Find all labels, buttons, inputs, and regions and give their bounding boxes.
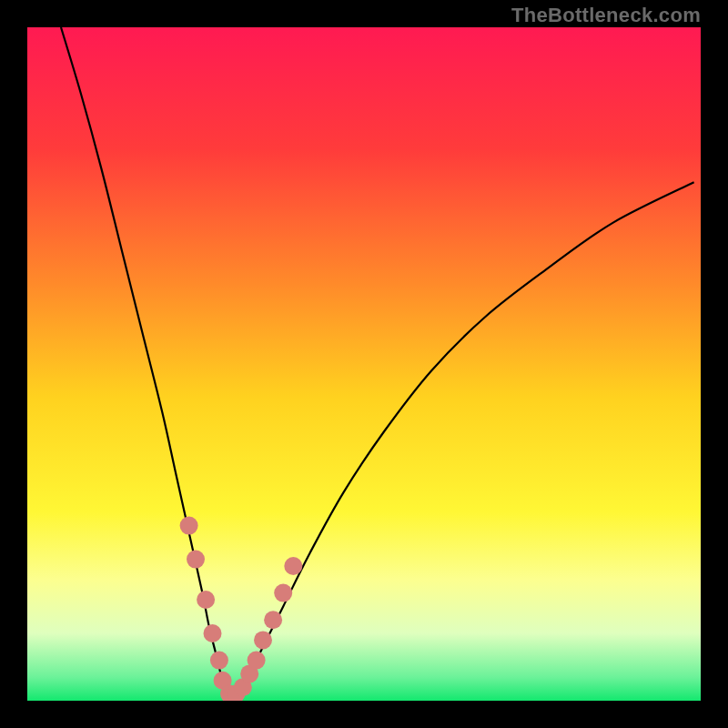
highlight-dot — [180, 517, 198, 535]
highlight-dot — [187, 551, 205, 569]
chart-svg — [27, 27, 701, 701]
highlight-dot — [264, 611, 282, 629]
plot-area — [27, 27, 701, 701]
gradient-background — [27, 27, 701, 701]
highlight-dot — [210, 652, 228, 670]
highlight-dot — [204, 624, 222, 642]
chart-frame: TheBottleneck.com — [0, 0, 728, 728]
highlight-dot — [248, 652, 266, 670]
highlight-dot — [197, 591, 215, 609]
highlight-dot — [284, 557, 302, 575]
highlight-dot — [274, 584, 292, 602]
watermark-text: TheBottleneck.com — [511, 4, 701, 27]
highlight-dot — [254, 631, 272, 649]
